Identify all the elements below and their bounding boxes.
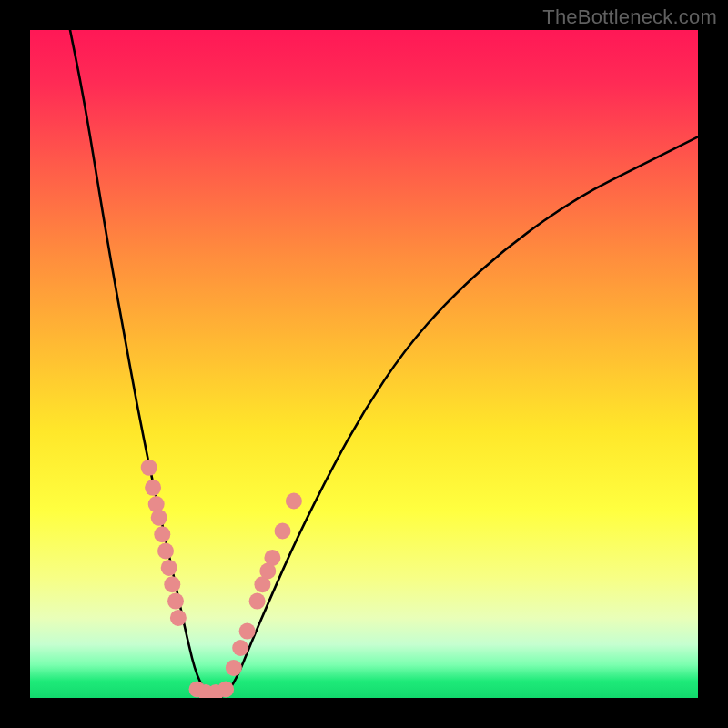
bottleneck-curve-path	[70, 30, 698, 698]
marker-dot	[167, 593, 184, 610]
marker-dot	[286, 493, 302, 510]
watermark-text: TheBottleneck.com	[542, 5, 717, 29]
marker-dot	[275, 523, 291, 540]
marker-dot	[249, 593, 266, 610]
marker-dot	[232, 640, 248, 656]
marker-dot	[157, 543, 174, 560]
plot-area	[30, 30, 698, 698]
marker-dot	[154, 526, 170, 542]
marker-group-bottom	[189, 682, 235, 699]
marker-dot	[161, 560, 177, 576]
marker-dot	[239, 623, 256, 640]
chart-svg	[30, 30, 698, 698]
marker-dot	[226, 660, 242, 676]
marker-group-right	[226, 493, 302, 677]
marker-dot	[164, 576, 180, 592]
marker-dot	[217, 682, 234, 698]
marker-dot	[264, 550, 280, 566]
marker-dot	[141, 460, 157, 476]
marker-dot	[170, 610, 187, 626]
marker-dot	[151, 510, 167, 526]
marker-dot	[145, 480, 161, 496]
marker-group-left	[141, 460, 187, 626]
outer-frame: TheBottleneck.com	[0, 0, 728, 728]
